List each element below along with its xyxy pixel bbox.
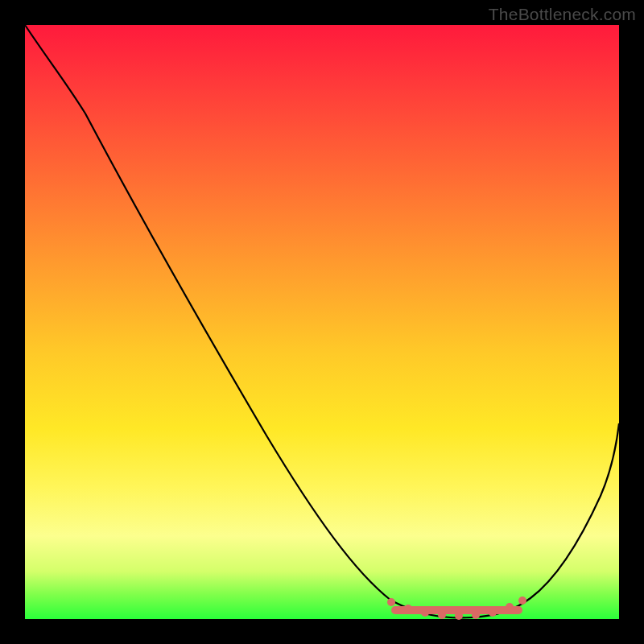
curve-svg: [25, 25, 619, 619]
svg-point-8: [518, 597, 526, 605]
watermark-text: TheBottleneck.com: [489, 5, 636, 24]
plot-area: [25, 25, 619, 619]
bottleneck-curve: [25, 25, 619, 617]
svg-point-0: [387, 598, 395, 606]
chart-frame: TheBottleneck.com: [0, 0, 644, 644]
optimal-range-markers: [387, 597, 526, 620]
svg-rect-9: [391, 606, 522, 614]
